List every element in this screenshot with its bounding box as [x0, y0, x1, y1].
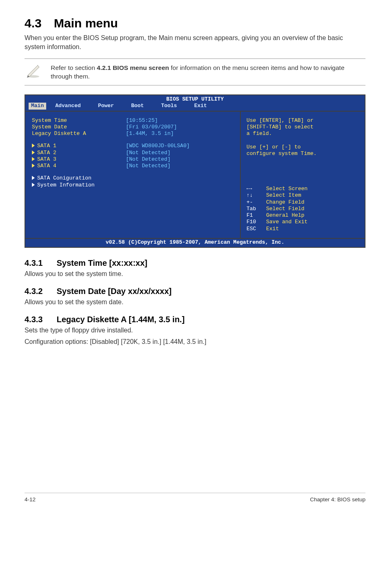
triangle-right-icon — [32, 144, 35, 148]
bios-help-row: ESCExit — [247, 226, 359, 232]
bios-menu-item: Main — [29, 103, 46, 109]
bios-help-label: Select Field — [266, 206, 305, 212]
bios-help-key-icon: F10 — [247, 219, 266, 225]
bios-help-key-icon: F1 — [247, 212, 266, 219]
bios-menu-item: Exit — [194, 103, 215, 109]
triangle-right-icon — [32, 164, 35, 168]
bios-help-keys: ←→Select Screen↑↓Select Item+-Change Fie… — [247, 186, 359, 232]
bios-left-pane: System Time[10:55:25]System Date[Fri 03/… — [25, 112, 241, 238]
bios-row: SATA 2[Not Detected] — [32, 150, 233, 156]
bios-help-row: F10Save and Exit — [247, 219, 359, 225]
bios-menu-item: Advanced — [55, 103, 89, 109]
section-title-text: Main menu — [54, 16, 118, 30]
subsection-heading: 4.3.1System Time [xx:xx:xx] — [25, 258, 365, 268]
bios-menu-item: Tools — [161, 103, 185, 109]
bios-help-hint: Use [ENTER], [TAB] or[SHIFT-TAB] to sele… — [247, 117, 359, 157]
page-chapter: Chapter 4: BIOS setup — [310, 496, 365, 503]
bios-row: System Time[10:55:25] — [32, 117, 233, 124]
bios-help-label: Save and Exit — [266, 219, 307, 225]
bios-help-label: Select Item — [266, 192, 301, 198]
section-number: 4.3 — [25, 16, 42, 30]
bios-menu-bar: MainAdvancedPowerBootToolsExit — [25, 103, 365, 111]
bios-row: System Date[Fri 03/09/2007] — [32, 124, 233, 130]
pencil-note-icon — [25, 63, 43, 79]
bios-help-key-icon: +- — [247, 199, 266, 206]
bios-help-key-icon: ←→ — [247, 186, 266, 192]
bios-help-key-icon: ↑↓ — [247, 192, 266, 199]
bios-help-row: TabSelect Field — [247, 206, 359, 212]
bios-row: System Information — [32, 182, 233, 189]
note-text-a: Refer to section — [51, 64, 97, 71]
bios-help-label: Exit — [266, 226, 279, 232]
subsection-heading: 4.3.2System Date [Day xx/xx/xxxx] — [25, 287, 365, 296]
subsection-heading: 4.3.3Legacy Diskette A [1.44M, 3.5 in.] — [25, 315, 365, 324]
bios-help-row: ↑↓Select Item — [247, 192, 359, 199]
bios-menu-item: Power — [98, 103, 122, 109]
bios-help-row: +-Change Field — [247, 199, 359, 206]
triangle-right-icon — [32, 183, 35, 187]
bios-hint-line: configure system Time. — [247, 150, 359, 157]
bios-row: SATA 1[WDC WD800JD-00LSA0] — [32, 143, 233, 149]
subsection-text: Allows you to set the system date. — [25, 298, 365, 306]
bios-help-label: General Help — [266, 212, 305, 218]
subsection-text: Sets the type of floppy drive installed. — [25, 327, 365, 334]
note-text: Refer to section 4.2.1 BIOS menu screen … — [51, 63, 365, 81]
bios-help-label: Select Screen — [266, 186, 307, 192]
subsection-number: 4.3.3 — [25, 315, 43, 324]
page-number: 4-12 — [25, 496, 36, 503]
svg-marker-1 — [28, 65, 39, 77]
bios-hint-line: Use [+] or [-] to — [247, 144, 359, 150]
subsection-number: 4.3.2 — [25, 287, 43, 296]
bios-row: SATA 3[Not Detected] — [32, 156, 233, 163]
triangle-right-icon — [32, 176, 35, 180]
bios-help-row: F1General Help — [247, 212, 359, 219]
bios-help-row: ←→Select Screen — [247, 186, 359, 192]
bios-help-key-icon: ESC — [247, 226, 266, 232]
bios-help-key-icon: Tab — [247, 206, 266, 212]
bios-hint-line: Use [ENTER], [TAB] or — [247, 117, 359, 124]
bios-screenshot: BIOS SETUP UTILITY MainAdvancedPowerBoot… — [25, 94, 365, 248]
bios-menu-item: Boot — [131, 103, 152, 109]
section-intro: When you enter the BIOS Setup program, t… — [25, 34, 365, 51]
bios-row: SATA 4[Not Detected] — [32, 163, 233, 169]
bios-help-label: Change Field — [266, 199, 305, 205]
bios-hint-line: a field. — [247, 130, 359, 137]
bios-row: Legacy Diskette A[1.44M, 3.5 in] — [32, 130, 233, 137]
bios-hint-line: [SHIFT-TAB] to select — [247, 124, 359, 130]
note-block: Refer to section 4.2.1 BIOS menu screen … — [25, 58, 365, 85]
page-footer: 4-12 Chapter 4: BIOS setup — [25, 493, 365, 503]
triangle-right-icon — [32, 157, 35, 161]
bios-title: BIOS SETUP UTILITY — [25, 95, 365, 103]
subsection-text: Configuration options: [Disabled] [720K,… — [25, 338, 365, 346]
bios-row: SATA Coniguration — [32, 175, 233, 182]
bios-hint-line — [247, 137, 359, 144]
note-text-bold: 4.2.1 BIOS menu screen — [97, 64, 169, 71]
bios-footer: v02.58 (C)Copyright 1985-2007, American … — [25, 238, 365, 247]
subsection-text: Allows you to set the system time. — [25, 270, 365, 278]
section-heading: 4.3Main menu — [25, 16, 365, 30]
triangle-right-icon — [32, 150, 35, 155]
subsection-number: 4.3.1 — [25, 258, 43, 268]
bios-right-pane: Use [ENTER], [TAB] or[SHIFT-TAB] to sele… — [241, 112, 365, 238]
